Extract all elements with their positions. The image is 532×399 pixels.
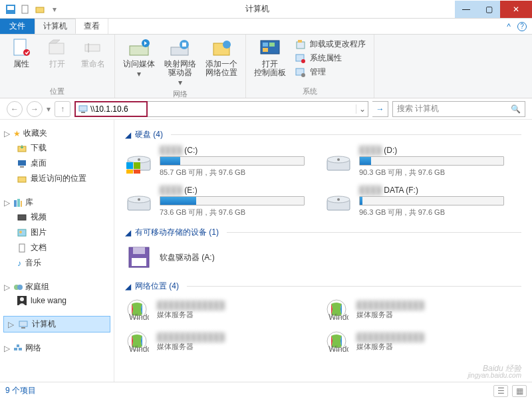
forward-button[interactable]: → — [27, 101, 43, 117]
svg-rect-32 — [14, 200, 17, 207]
sidebar-favorites-head[interactable]: ▷★收藏夹 — [4, 126, 110, 140]
sidebar-item-user[interactable]: luke wang — [4, 294, 110, 307]
manage-button[interactable]: 管理 — [295, 66, 366, 78]
sidebar-item-desktop[interactable]: 桌面 — [4, 156, 110, 171]
open-button[interactable]: 打开 — [41, 37, 73, 85]
up-button[interactable]: ↑ — [55, 101, 70, 117]
history-dd[interactable]: ▾ — [47, 104, 51, 114]
svg-rect-33 — [17, 199, 20, 207]
svg-rect-18 — [269, 43, 275, 47]
ribbon-group-system: 打开 控制面板 卸载或更改程序 系统属性 管理 系统 — [246, 35, 374, 98]
file-menu[interactable]: 文件 — [0, 19, 35, 34]
svg-text:Windows Media Player: Windows Media Player — [129, 313, 149, 321]
map-drive-button[interactable]: 映射网络 驱动器 ▾ — [162, 37, 199, 88]
search-placeholder: 搜索 计算机 — [397, 103, 511, 114]
svg-rect-47 — [17, 344, 19, 347]
svg-rect-30 — [20, 166, 24, 168]
access-media-button[interactable]: 访问媒体 ▾ — [120, 37, 158, 88]
svg-rect-27 — [81, 112, 85, 113]
window-title: 计算机 — [60, 3, 455, 15]
tab-view[interactable]: 查看 — [76, 19, 108, 34]
system-icon[interactable] — [5, 4, 16, 15]
sidebar-item-music[interactable]: ♪音乐 — [4, 255, 110, 271]
drive-item[interactable]: ████ DATA (F:) 96.3 GB 可用 , 共 97.6 GB — [325, 186, 504, 217]
drive-item[interactable]: ████ (D:) 90.3 GB 可用 , 共 97.6 GB — [325, 146, 504, 178]
sidebar-item-network[interactable]: ▷网络 — [4, 341, 110, 355]
properties-button[interactable]: 属性 — [5, 37, 37, 85]
sidebar-item-computer[interactable]: ▷计算机 — [4, 317, 110, 332]
ribbon-group-network: 访问媒体 ▾ 映射网络 驱动器 ▾ 添加一个 网络位置 网络 — [115, 35, 246, 98]
network-location-item[interactable]: Windows Media Player ████████████ 媒体服务器 — [325, 329, 504, 354]
drive-label: ████ (E:) — [160, 186, 305, 195]
drive-icon — [325, 148, 352, 176]
search-icon[interactable]: 🔍 — [511, 104, 521, 114]
nav-bar: ← → ▾ ↑ ⌄ → 搜索 计算机 🔍 — [0, 98, 532, 120]
network-item-label: ████████████ — [157, 332, 225, 342]
svg-rect-2 — [22, 5, 28, 13]
svg-rect-19 — [263, 48, 268, 52]
sidebar-library-head[interactable]: ▷库 — [4, 196, 110, 209]
svg-rect-1 — [7, 6, 14, 10]
ribbon-toggle-icon[interactable]: ^ — [507, 22, 511, 31]
drive-stat: 73.6 GB 可用 , 共 97.6 GB — [160, 207, 305, 217]
go-button[interactable]: → — [372, 101, 388, 117]
view-icons-button[interactable]: ▦ — [512, 385, 527, 397]
drive-item[interactable]: ████ (C:) 85.7 GB 可用 , 共 97.6 GB — [125, 146, 305, 178]
sidebar-item-pictures[interactable]: 图片 — [4, 225, 110, 240]
drive-icon — [125, 148, 153, 176]
add-location-button[interactable]: 添加一个 网络位置 — [203, 37, 240, 88]
svg-rect-3 — [36, 7, 44, 13]
drive-stat: 96.3 GB 可用 , 共 97.6 GB — [359, 207, 504, 217]
close-button[interactable]: ✕ — [500, 1, 532, 18]
address-dd-icon[interactable]: ⌄ — [356, 104, 368, 114]
rename-button[interactable]: 重命名 — [77, 37, 109, 85]
svg-point-63 — [337, 198, 340, 201]
sidebar-item-documents[interactable]: 文档 — [4, 240, 110, 255]
svg-rect-21 — [298, 40, 302, 43]
open-label: 打开 — [49, 60, 65, 68]
network-location-item[interactable]: Windows Media Player ████████████ 媒体服务器 — [125, 297, 305, 323]
svg-rect-29 — [18, 160, 26, 166]
group-hard-drives[interactable]: ◢硬盘 (4) — [125, 129, 521, 140]
sidebar-item-downloads[interactable]: 下载 — [4, 140, 110, 156]
network-item-sub: 媒体服务器 — [356, 342, 424, 352]
group-network-loc[interactable]: ◢网络位置 (4) — [125, 281, 521, 292]
svg-text:Windows Media Player: Windows Media Player — [329, 313, 348, 321]
uninstall-button[interactable]: 卸载或更改程序 — [295, 39, 366, 50]
address-input[interactable] — [90, 104, 144, 114]
svg-point-40 — [17, 285, 23, 290]
back-button[interactable]: ← — [7, 101, 23, 117]
drive-item[interactable]: ████ (E:) 73.6 GB 可用 , 共 97.6 GB — [125, 186, 305, 217]
drive-label: ████ (D:) — [359, 146, 504, 155]
view-details-button[interactable]: ☰ — [493, 385, 508, 397]
floppy-label[interactable]: 软盘驱动器 (A:) — [160, 252, 215, 263]
address-bar[interactable]: ⌄ — [74, 101, 368, 117]
svg-rect-36 — [18, 229, 26, 236]
svg-rect-52 — [134, 162, 140, 169]
status-bar: 9 个项目 ☰ ▦ — [0, 382, 532, 399]
maximize-button[interactable]: ▢ — [477, 1, 500, 18]
help-icon[interactable]: ? — [517, 22, 527, 31]
svg-rect-38 — [19, 244, 25, 252]
svg-rect-66 — [132, 258, 146, 266]
network-location-item[interactable]: Windows Media Player ████████████ 媒体服务器 — [325, 297, 504, 323]
sidebar-item-video[interactable]: 视频 — [4, 209, 110, 225]
minimize-button[interactable]: — — [455, 1, 477, 18]
search-box[interactable]: 搜索 计算机 🔍 — [392, 101, 525, 117]
network-item-label: ████████████ — [157, 301, 225, 310]
system-props-label: 系统属性 — [310, 53, 342, 64]
sidebar-homegroup-head[interactable]: ▷家庭组 — [4, 280, 110, 294]
network-location-item[interactable]: Windows Media Player ████████████ 媒体服务器 — [125, 329, 305, 354]
svg-rect-45 — [14, 348, 17, 350]
qat-folder-icon[interactable] — [35, 4, 45, 15]
system-props-button[interactable]: 系统属性 — [295, 53, 366, 64]
qat-dd-icon[interactable]: ▾ — [49, 4, 60, 15]
sidebar-item-recent[interactable]: 最近访问的位置 — [4, 171, 110, 186]
group-removable[interactable]: ◢有可移动存储的设备 (1) — [125, 227, 521, 238]
drive-usage-bar — [359, 156, 504, 166]
drive-usage-bar — [160, 156, 305, 166]
qat-new-icon[interactable] — [20, 4, 31, 15]
tab-computer[interactable]: 计算机 — [35, 19, 76, 34]
drive-icon — [325, 188, 352, 215]
control-panel-button[interactable]: 打开 控制面板 — [251, 37, 289, 85]
